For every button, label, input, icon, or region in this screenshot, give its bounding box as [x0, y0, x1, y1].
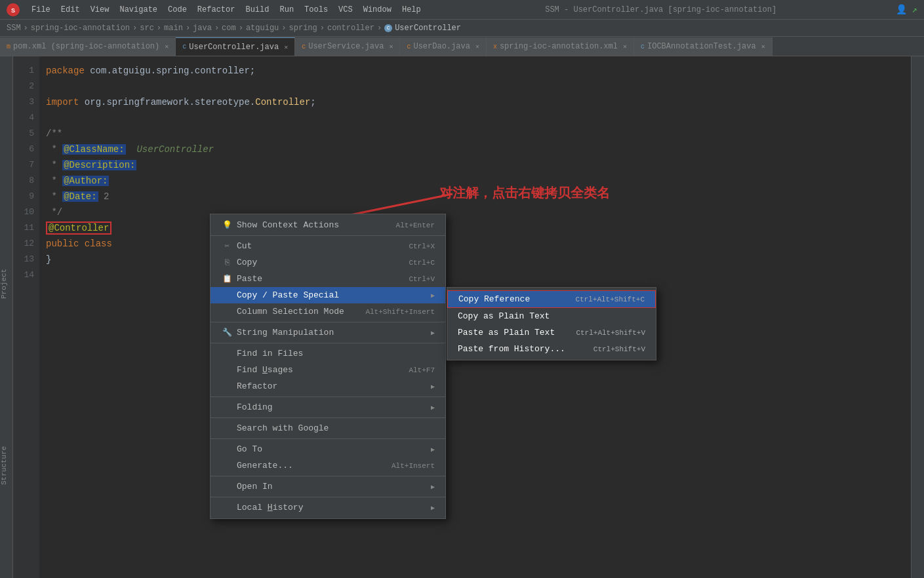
- tab-close-usercontroller[interactable]: ✕: [284, 43, 288, 51]
- svg-text:S: S: [11, 7, 15, 14]
- ctx-search-google[interactable]: Search with Google: [211, 420, 445, 436]
- menu-refactor[interactable]: Refactor: [192, 3, 241, 17]
- separator-4: [211, 396, 445, 397]
- menu-run[interactable]: Run: [274, 3, 299, 17]
- tab-xml[interactable]: x spring-ioc-annotation.xml ✕: [487, 37, 634, 56]
- sub-paste-history-label: Paste from History...: [458, 344, 593, 354]
- ctx-column-selection[interactable]: Column Selection Mode Alt+Shift+Insert: [211, 303, 445, 320]
- user-icon[interactable]: 👤: [896, 4, 907, 15]
- ctx-find-files-label: Find in Files: [237, 349, 422, 358]
- vcs-icon[interactable]: ↗: [912, 4, 917, 15]
- sub-paste-history-shortcut: Ctrl+Shift+V: [593, 345, 645, 353]
- menu-code[interactable]: Code: [163, 3, 192, 17]
- breadcrumb-spring[interactable]: spring: [289, 24, 317, 33]
- breadcrumb-src[interactable]: src: [140, 24, 154, 33]
- tab-ioc[interactable]: c IOCBAnnotationTest.java ✕: [634, 37, 773, 56]
- sub-copy-reference-label: Copy Reference: [458, 294, 575, 304]
- open-in-arrow-icon: ▶: [431, 483, 435, 491]
- breadcrumb-annotation[interactable]: spring-ioc-annotation: [31, 24, 130, 33]
- lightbulb-icon: 💡: [221, 220, 233, 230]
- tab-userdao[interactable]: c UserDao.java ✕: [400, 37, 486, 56]
- ctx-copy-label: Copy: [237, 258, 395, 267]
- menu-vcs[interactable]: VCS: [333, 3, 358, 17]
- separator-8: [211, 497, 445, 497]
- tab-close-userservice[interactable]: ✕: [389, 43, 393, 50]
- menu-view[interactable]: View: [85, 3, 115, 17]
- ctx-refactor-label: Refactor: [237, 381, 418, 391]
- ctx-copy-paste-special-label: Copy / Paste Special: [237, 290, 431, 300]
- line-numbers: 1 2 3 4 5 6 7 8 9 10 11 12 13 14: [13, 56, 39, 578]
- menu-window[interactable]: Window: [358, 3, 397, 17]
- separator-5: [211, 417, 445, 418]
- ctx-string-manip[interactable]: 🔧 String Manipulation ▶: [211, 324, 445, 341]
- tab-close-userdao[interactable]: ✕: [475, 43, 479, 50]
- ctx-paste[interactable]: 📋 Paste Ctrl+V: [211, 271, 445, 287]
- ctx-show-context-shortcut: Alt+Enter: [396, 222, 435, 229]
- separator-7: [211, 476, 445, 476]
- editor-area[interactable]: 1 2 3 4 5 6 7 8 9 10 11 12 13 14 package…: [13, 56, 911, 578]
- breadcrumb-controller[interactable]: controller: [327, 24, 374, 33]
- ctx-copy-shortcut: Ctrl+C: [409, 259, 435, 267]
- ctx-goto-label: Go To: [237, 444, 418, 454]
- sub-copy-reference[interactable]: Copy Reference Ctrl+Alt+Shift+C: [447, 290, 656, 308]
- ctx-cut[interactable]: ✂ Cut Ctrl+X: [211, 238, 445, 254]
- ctx-folding-label: Folding: [237, 402, 418, 412]
- ctx-cut-label: Cut: [237, 241, 395, 251]
- ctx-find-usages-shortcut: Alt+F7: [409, 366, 435, 374]
- tabs-bar: m pom.xml (spring-ioc-annotation) ✕ c Us…: [0, 37, 924, 56]
- menu-tools[interactable]: Tools: [299, 3, 333, 17]
- ctx-find-usages[interactable]: Find Usages Alt+F7: [211, 362, 445, 378]
- ctx-generate[interactable]: Generate... Alt+Insert: [211, 457, 445, 474]
- refactor-arrow-icon: ▶: [431, 383, 435, 391]
- sub-copy-reference-shortcut: Ctrl+Alt+Shift+C: [575, 296, 645, 303]
- ctx-copy-paste-special[interactable]: Copy / Paste Special ▶ Copy Reference Ct…: [211, 287, 445, 303]
- tab-pom[interactable]: m pom.xml (spring-ioc-annotation) ✕: [0, 37, 176, 56]
- ctx-folding[interactable]: Folding ▶: [211, 399, 445, 415]
- sub-copy-plain[interactable]: Copy as Plain Text: [447, 308, 656, 324]
- menu-bar: File Edit View Navigate Code Refactor Bu…: [26, 3, 426, 17]
- ctx-paste-label: Paste: [237, 274, 395, 284]
- separator-1: [211, 235, 445, 236]
- breadcrumb-main[interactable]: main: [164, 24, 183, 33]
- sub-paste-plain[interactable]: Paste as Plain Text Ctrl+Alt+Shift+V: [447, 324, 656, 341]
- menu-file[interactable]: File: [26, 3, 56, 17]
- title-bar: S File Edit View Navigate Code Refactor …: [0, 0, 924, 20]
- breadcrumb-com[interactable]: com: [222, 24, 236, 33]
- folding-arrow-icon: ▶: [431, 404, 435, 412]
- project-label[interactable]: Project: [0, 269, 8, 299]
- ctx-string-manip-label: String Manipulation: [237, 328, 418, 337]
- menu-navigate[interactable]: Navigate: [114, 3, 163, 17]
- menu-help[interactable]: Help: [397, 3, 426, 17]
- ctx-paste-shortcut: Ctrl+V: [409, 275, 435, 283]
- breadcrumb-java[interactable]: java: [193, 24, 212, 33]
- menu-edit[interactable]: Edit: [56, 3, 85, 17]
- tab-close-xml[interactable]: ✕: [623, 43, 627, 50]
- ctx-local-history[interactable]: Local History ▶: [211, 499, 445, 516]
- ctx-copy[interactable]: ⎘ Copy Ctrl+C: [211, 254, 445, 271]
- submenu-copy-paste: Copy Reference Ctrl+Alt+Shift+C Copy as …: [447, 287, 656, 360]
- ctx-show-context[interactable]: 💡 Show Context Actions Alt+Enter: [211, 217, 445, 233]
- right-sidebar: [911, 56, 924, 578]
- tab-close-ioc[interactable]: ✕: [761, 43, 765, 50]
- ctx-show-context-label: Show Context Actions: [237, 220, 383, 230]
- ctx-goto[interactable]: Go To ▶: [211, 441, 445, 457]
- title-actions: 👤 ↗: [896, 4, 917, 15]
- breadcrumb-atguigu[interactable]: atguigu: [246, 24, 279, 33]
- sub-copy-plain-label: Copy as Plain Text: [458, 311, 645, 321]
- tab-usercontroller[interactable]: c UserController.java ✕: [176, 37, 295, 56]
- ctx-find-files[interactable]: Find in Files: [211, 345, 445, 362]
- string-manip-arrow-icon: ▶: [431, 329, 435, 337]
- structure-label[interactable]: Structure: [0, 446, 8, 485]
- ctx-find-usages-label: Find Usages: [237, 365, 395, 375]
- breadcrumb-class[interactable]: c UserController: [384, 24, 461, 33]
- sub-paste-history[interactable]: Paste from History... Ctrl+Shift+V: [447, 341, 656, 357]
- tab-close-pom[interactable]: ✕: [165, 43, 169, 50]
- menu-build[interactable]: Build: [240, 3, 274, 17]
- ctx-cut-shortcut: Ctrl+X: [409, 242, 435, 250]
- ctx-refactor[interactable]: Refactor ▶: [211, 378, 445, 395]
- window-title: SSM - UserController.java [spring-ioc-an…: [426, 5, 896, 14]
- ctx-open-in[interactable]: Open In ▶: [211, 478, 445, 495]
- ctx-local-history-label: Local History: [237, 503, 418, 512]
- tab-userservice[interactable]: c UserService.java ✕: [295, 37, 400, 56]
- breadcrumb-ssm[interactable]: SSM: [7, 24, 21, 33]
